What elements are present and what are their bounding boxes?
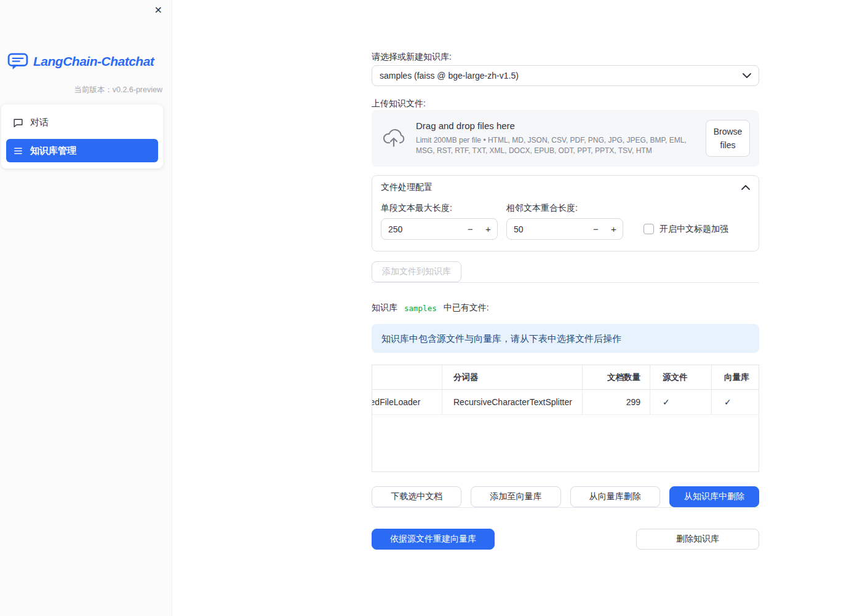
chunk-size-group: 单段文本最大长度: 250 − + (381, 203, 498, 240)
table-header-row: 文档加载器 分词器 文档数量 源文件 向量库 (372, 365, 759, 390)
main-content: 请选择或新建知识库: samples (faiss @ bge-large-zh… (372, 0, 759, 550)
upload-label: 上传知识文件: (372, 98, 759, 108)
overlap-group: 相邻文本重合长度: 50 − + (506, 203, 623, 240)
sidebar-close-icon[interactable]: ✕ (154, 5, 162, 16)
file-config-expander: 文件处理配置 单段文本最大长度: 250 − + 相邻文本重合长度: 50 (372, 175, 759, 251)
cell-doc-count: 299 (583, 390, 650, 415)
kb-select-label: 请选择或新建知识库: (372, 52, 759, 61)
logo-chat-icon (7, 53, 28, 70)
add-files-row: 添加文件到知识库 (372, 261, 759, 282)
app-logo: LangChain-Chatchat (7, 53, 154, 70)
expander-title: 文件处理配置 (381, 182, 432, 193)
chunk-size-value: 250 (381, 224, 461, 234)
zh-title-label: 开启中文标题加强 (660, 224, 728, 235)
cell-splitter: RecursiveCharacterTextSplitter (442, 390, 583, 415)
row-actions: 下载选中文档 添加至向量库 从向量库删除 从知识库中删除 (372, 486, 759, 507)
chunk-size-label: 单段文本最大长度: (381, 203, 498, 213)
table-row[interactable]: UnstructuredFileLoader RecursiveCharacte… (372, 390, 759, 415)
delete-from-vector-button[interactable]: 从向量库删除 (570, 486, 660, 507)
minus-icon[interactable]: − (587, 224, 605, 234)
sidebar-item-dialogue[interactable]: 对话 (6, 111, 158, 134)
chevron-up-icon (741, 185, 750, 190)
divider (372, 282, 759, 283)
sidebar-item-knowledge-base[interactable]: 知识库管理 (6, 139, 158, 162)
existing-prefix: 知识库 (372, 302, 397, 314)
sidebar-menu: 对话 知识库管理 (1, 105, 163, 168)
overlap-input[interactable]: 50 − + (506, 218, 623, 240)
delete-from-kb-button[interactable]: 从知识库中删除 (669, 486, 759, 507)
checkbox-icon[interactable] (644, 224, 654, 234)
sidebar: ✕ LangChain-Chatchat 当前版本：v0.2.6-preview… (0, 0, 172, 616)
add-files-button[interactable]: 添加文件到知识库 (372, 261, 461, 282)
dropzone-limit: Limit 200MB per file • HTML, MD, JSON, C… (416, 135, 696, 156)
files-table: 文档加载器 分词器 文档数量 源文件 向量库 UnstructuredFileL… (372, 365, 759, 472)
dropzone-title: Drag and drop files here (416, 120, 696, 131)
cloud-upload-icon (381, 128, 406, 148)
table-header[interactable]: 文档加载器 (372, 365, 442, 390)
sidebar-item-label: 对话 (30, 117, 49, 128)
add-to-vector-button[interactable]: 添加至向量库 (471, 486, 560, 507)
table-header[interactable]: 文档数量 (583, 365, 650, 390)
zh-title-checkbox[interactable]: 开启中文标题加强 (644, 218, 728, 240)
overlap-value: 50 (507, 224, 587, 234)
browse-files-button[interactable]: Browse files (706, 120, 750, 157)
plus-icon[interactable]: + (479, 224, 497, 234)
download-selected-button[interactable]: 下载选中文档 (372, 486, 461, 507)
table-body: UnstructuredFileLoader RecursiveCharacte… (372, 390, 759, 415)
existing-files-line: 知识库 samples 中已有文件: (372, 302, 759, 314)
kb-select-value: samples (faiss @ bge-large-zh-v1.5) (380, 71, 519, 81)
chunk-size-input[interactable]: 250 − + (381, 218, 498, 240)
sidebar-item-label: 知识库管理 (30, 145, 76, 157)
cell-loader: UnstructuredFileLoader (372, 390, 442, 415)
minus-icon[interactable]: − (461, 224, 479, 234)
kb-name-code: samples (402, 303, 439, 314)
overlap-label: 相邻文本重合长度: (506, 203, 623, 213)
table-header[interactable]: 源文件 (650, 365, 712, 390)
data-grid: 文档加载器 分词器 文档数量 源文件 向量库 UnstructuredFileL… (372, 365, 759, 415)
cell-source-check: ✓ (650, 390, 712, 415)
table-header[interactable]: 向量库 (712, 365, 759, 390)
table-header[interactable]: 分词器 (442, 365, 583, 390)
cell-vector-check: ✓ (712, 390, 759, 415)
version-label: 当前版本：v0.2.6-preview (74, 85, 162, 95)
info-message: 知识库中包含源文件与向量库，请从下表中选择文件后操作 (372, 324, 759, 353)
chevron-down-icon (743, 73, 751, 78)
file-dropzone[interactable]: Drag and drop files here Limit 200MB per… (372, 110, 759, 167)
divider (372, 507, 759, 508)
rebuild-vector-button[interactable]: 依据源文件重建向量库 (372, 529, 495, 550)
app-title: LangChain-Chatchat (33, 54, 154, 69)
expander-header[interactable]: 文件处理配置 (372, 176, 759, 199)
kb-actions: 依据源文件重建向量库 删除知识库 (372, 529, 759, 550)
list-icon (13, 146, 23, 156)
kb-select[interactable]: samples (faiss @ bge-large-zh-v1.5) (372, 65, 759, 86)
delete-kb-button[interactable]: 删除知识库 (636, 529, 759, 550)
chat-bubble-icon (13, 117, 23, 128)
existing-suffix: 中已有文件: (444, 302, 489, 314)
dropzone-text: Drag and drop files here Limit 200MB per… (416, 120, 696, 156)
plus-icon[interactable]: + (605, 224, 623, 234)
expander-body: 单段文本最大长度: 250 − + 相邻文本重合长度: 50 − + 开启中文标… (372, 199, 759, 251)
